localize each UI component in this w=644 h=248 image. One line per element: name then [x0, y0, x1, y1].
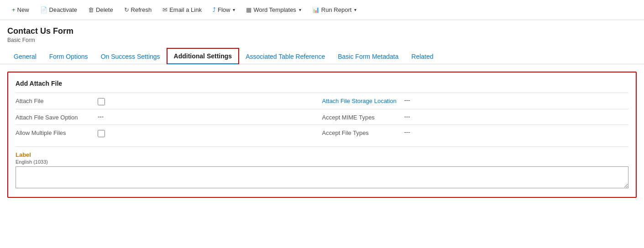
flow-chevron-icon: ▾: [233, 7, 235, 12]
toolbar: + New 📄 Deactivate 🗑 Delete ↻ Refresh ✉ …: [0, 0, 644, 20]
page-subtitle: Basic Form: [7, 37, 637, 43]
word-templates-button[interactable]: ▦ Word Templates ▾: [241, 4, 305, 16]
email-link-button[interactable]: ✉ Email a Link: [158, 4, 206, 16]
tab-form-options[interactable]: Form Options: [43, 49, 94, 64]
tab-additional-settings[interactable]: Additional Settings: [167, 48, 240, 64]
left-attach-file: Attach File: [16, 97, 322, 105]
delete-label: Delete: [96, 6, 113, 13]
form-row-save-option: Attach File Save Option --- Accept MIME …: [16, 109, 628, 124]
attach-file-save-option-label: Attach File Save Option: [16, 113, 98, 121]
flow-label: Flow: [218, 6, 230, 13]
allow-multiple-files-label: Allow Multiple Files: [16, 129, 98, 136]
word-templates-icon: ▦: [246, 6, 251, 13]
refresh-icon: ↻: [124, 6, 129, 13]
accept-file-types-value: ---: [404, 129, 410, 135]
label-section-title: Label: [16, 151, 628, 158]
refresh-button[interactable]: ↻ Refresh: [120, 4, 157, 16]
accept-mime-label: Accept MIME Types: [322, 113, 404, 121]
delete-button[interactable]: 🗑 Delete: [84, 4, 118, 16]
tab-general[interactable]: General: [7, 49, 43, 64]
delete-icon: 🗑: [88, 6, 94, 13]
deactivate-button[interactable]: 📄 Deactivate: [36, 4, 82, 16]
form-row-attach-file: Attach File Attach File Storage Location…: [16, 93, 628, 109]
add-attach-file-section: Add Attach File Attach File Attach File …: [7, 72, 637, 198]
tab-on-success-settings[interactable]: On Success Settings: [94, 49, 167, 64]
run-report-label: Run Report: [321, 6, 351, 13]
word-templates-label: Word Templates: [253, 6, 296, 13]
label-language: English (1033): [16, 159, 628, 165]
label-input[interactable]: [16, 166, 628, 188]
tabs-bar: General Form Options On Success Settings…: [0, 43, 644, 64]
refresh-label: Refresh: [131, 6, 152, 13]
attach-file-checkbox[interactable]: [98, 98, 105, 105]
attach-file-label: Attach File: [16, 97, 98, 104]
deactivate-label: Deactivate: [49, 6, 77, 13]
email-icon: ✉: [162, 6, 168, 13]
word-templates-chevron-icon: ▾: [299, 7, 301, 12]
accept-mime-value: ---: [404, 113, 410, 120]
page-title: Contact Us Form: [7, 26, 637, 36]
right-accept-mime: Accept MIME Types ---: [322, 113, 629, 121]
form-row-multiple-files: Allow Multiple Files Accept File Types -…: [16, 124, 628, 141]
new-label: New: [17, 6, 29, 13]
deactivate-icon: 📄: [40, 6, 47, 13]
right-accept-file-types: Accept File Types ---: [322, 129, 629, 136]
new-button[interactable]: + New: [7, 4, 34, 16]
attach-file-storage-label: Attach File Storage Location: [322, 97, 404, 104]
tab-basic-form-metadata[interactable]: Basic Form Metadata: [331, 49, 405, 64]
accept-file-types-label: Accept File Types: [322, 129, 404, 136]
section-title: Add Attach File: [16, 80, 628, 87]
left-save-option: Attach File Save Option ---: [16, 113, 322, 121]
content-area: Add Attach File Attach File Attach File …: [0, 64, 644, 205]
run-report-chevron-icon: ▾: [354, 7, 356, 12]
plus-icon: +: [12, 6, 16, 13]
page-header: Contact Us Form Basic Form: [0, 20, 644, 43]
attach-file-storage-value: ---: [404, 97, 410, 103]
email-link-label: Email a Link: [169, 6, 202, 13]
run-report-icon: 📊: [312, 6, 319, 13]
label-section: Label English (1033): [16, 146, 628, 190]
allow-multiple-files-checkbox[interactable]: [98, 130, 105, 137]
flow-button[interactable]: ⤴ Flow ▾: [208, 4, 240, 16]
tab-related[interactable]: Related: [405, 49, 440, 64]
attach-file-save-option-value: ---: [98, 113, 104, 120]
tab-associated-table-reference[interactable]: Associated Table Reference: [239, 49, 331, 64]
left-allow-multiple: Allow Multiple Files: [16, 129, 322, 137]
run-report-button[interactable]: 📊 Run Report ▾: [308, 4, 361, 16]
flow-icon: ⤴: [213, 6, 216, 13]
right-attach-file-storage: Attach File Storage Location ---: [322, 97, 629, 104]
